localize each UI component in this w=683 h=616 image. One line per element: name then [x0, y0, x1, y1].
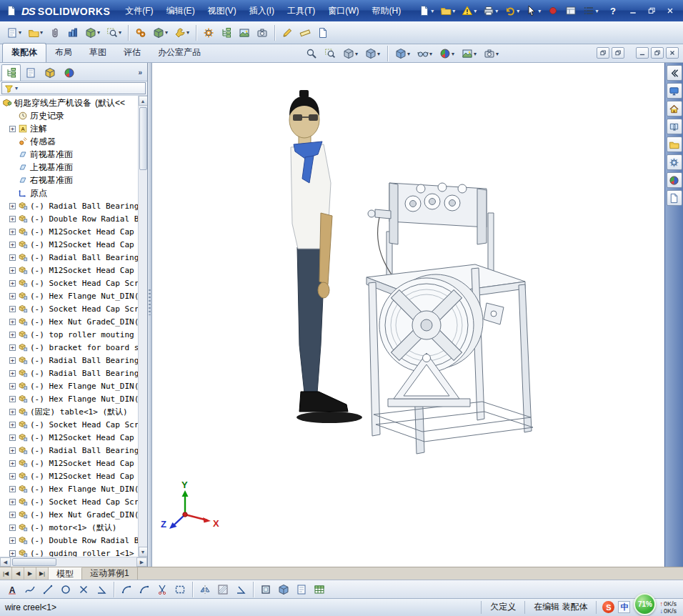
expand-icon[interactable]: + [9, 319, 16, 325]
expand-icon[interactable]: + [9, 306, 16, 312]
doc-tab-1[interactable]: 运动算例1 [82, 567, 138, 580]
circle-button[interactable] [57, 581, 74, 598]
feature-manager-tab[interactable] [1, 64, 21, 81]
tree-item[interactable]: +(-) M12Socket Head Cap S [0, 225, 138, 238]
new-document-button[interactable]: ▾ [416, 3, 437, 19]
bill-of-materials-button[interactable] [64, 24, 81, 42]
expand-icon[interactable]: + [9, 267, 16, 274]
erase-button[interactable] [75, 581, 92, 598]
panel-more-button[interactable]: » [134, 69, 146, 76]
expand-icon[interactable]: + [9, 242, 16, 248]
doc-tab-0[interactable]: 模型 [49, 567, 82, 580]
zoom-area-button[interactable] [321, 46, 339, 61]
expand-icon[interactable]: + [9, 370, 16, 377]
view-palette-button[interactable] [667, 154, 682, 170]
note-button[interactable]: A [4, 581, 21, 598]
menu-item-3[interactable]: 插入(I) [243, 1, 281, 21]
hide-show-items-button[interactable]: ▾ [414, 46, 435, 61]
expand-icon[interactable]: + [9, 447, 16, 454]
menu-item-6[interactable]: 帮助(H) [366, 1, 408, 21]
tree-item[interactable]: +(-) Hex Nut GradeC_DIN( [0, 508, 138, 521]
tree-filter-input[interactable]: ▾ [1, 82, 146, 94]
line-button[interactable] [39, 581, 56, 598]
display-manager-tab[interactable] [59, 64, 79, 81]
tree-item[interactable]: +(-) Socket Head Cap Scre [0, 495, 138, 508]
tree-item[interactable]: +(-) M12Socket Head Cap S [0, 431, 138, 444]
command-tab-0[interactable]: 装配体 [2, 43, 46, 62]
expand-icon[interactable]: + [9, 434, 16, 441]
tree-item[interactable]: +(-) M12Socket Head Cap S [0, 238, 138, 251]
scrollbar-thumb[interactable] [139, 107, 147, 170]
tree-item[interactable]: 原点 [0, 187, 138, 199]
hatch-button[interactable] [214, 581, 231, 598]
insert-component-button[interactable]: ▾ [82, 24, 103, 42]
mate-button[interactable] [132, 24, 149, 42]
pane-left-button[interactable] [597, 47, 609, 59]
tree-item[interactable]: +A注解 [0, 122, 138, 135]
tree-item[interactable]: +(-) M12Socket Head Cap S [0, 264, 138, 277]
expand-icon[interactable]: + [9, 229, 16, 235]
tree-horizontal-scrollbar[interactable]: ◀ ▶ [0, 557, 147, 567]
tree-item[interactable]: +(固定) table<1> (默认) [0, 405, 138, 418]
command-tab-1[interactable]: 布局 [46, 44, 81, 62]
expand-icon[interactable]: + [9, 357, 16, 364]
close-doc-button[interactable] [666, 47, 679, 59]
battery-indicator[interactable]: 71% [634, 593, 656, 615]
edit-sketch-button[interactable]: ▾ [4, 24, 24, 42]
angle-dimension-button[interactable] [232, 581, 249, 598]
edit-component-button[interactable]: ▾ [25, 24, 46, 42]
sketch-button[interactable] [279, 24, 296, 42]
expand-icon[interactable]: + [9, 216, 16, 222]
assembly-feature-button[interactable]: ▾ [150, 24, 171, 42]
expand-icon[interactable]: + [9, 460, 16, 467]
zoom-fit-button[interactable] [303, 46, 320, 61]
scrollbar-thumb[interactable] [12, 558, 56, 566]
restore-doc-button[interactable] [651, 47, 664, 59]
appearances-button[interactable] [667, 172, 682, 188]
sheet-button[interactable] [293, 581, 310, 598]
tree-item[interactable]: +(-) Socket Head Cap Scre [0, 277, 138, 289]
expand-icon[interactable]: + [9, 512, 16, 518]
expand-icon[interactable]: + [9, 422, 16, 428]
angle-button[interactable] [93, 581, 110, 598]
help-button[interactable]: ? [604, 6, 622, 16]
print-button[interactable]: ▾ [480, 3, 501, 19]
expand-icon[interactable]: + [9, 344, 16, 351]
mirror-button[interactable] [196, 581, 214, 598]
tree-item[interactable]: +(-) Hex Flange Nut_DIN(m [0, 392, 138, 405]
sogou-ime-icon[interactable]: S [602, 601, 614, 613]
design-library-button[interactable] [667, 119, 682, 134]
display-style-button[interactable]: ▾ [392, 46, 413, 61]
doc-nav-button-2[interactable]: ▶ [24, 567, 36, 580]
configuration-manager-tab[interactable] [40, 64, 59, 81]
tree-item[interactable]: +(-) Radial Ball Bearing_ [0, 199, 138, 212]
menu-item-5[interactable]: 窗口(W) [321, 1, 365, 21]
tree-item[interactable]: +(-) M12Socket Head Cap S [0, 457, 138, 470]
tree-item[interactable]: +(-) top roller mouting [0, 328, 138, 341]
expand-icon[interactable]: + [9, 254, 16, 261]
expand-icon[interactable]: + [9, 293, 16, 299]
attachment-button[interactable] [46, 24, 64, 42]
expand-icon[interactable]: + [9, 499, 16, 505]
graphics-area[interactable]: Y X Z [152, 63, 664, 567]
view-orientation-button[interactable]: ▾ [362, 46, 383, 61]
motion-button[interactable] [200, 24, 217, 42]
minimize-doc-button[interactable] [636, 47, 649, 59]
tree-item[interactable]: 右视基准面 [0, 174, 138, 187]
command-tab-2[interactable]: 草图 [81, 44, 115, 62]
construction-rect-button[interactable] [171, 581, 189, 598]
section-view-button[interactable]: ▾ [340, 46, 361, 61]
options-button[interactable]: ▾ [580, 3, 601, 19]
expand-icon[interactable]: + [9, 537, 16, 544]
tree-item[interactable]: 上视基准面 [0, 161, 138, 174]
doc-nav-button-0[interactable]: |◀ [0, 567, 12, 580]
doc-nav-button-1[interactable]: ◀ [12, 567, 24, 580]
doc-nav-button-3[interactable]: ▶| [36, 567, 49, 580]
menu-item-0[interactable]: 文件(F) [119, 1, 159, 21]
expand-icon[interactable]: + [9, 409, 16, 415]
frame-button[interactable] [257, 581, 274, 598]
home-button[interactable] [667, 101, 682, 116]
task-pane-button[interactable] [562, 3, 579, 19]
render-image-button[interactable] [236, 24, 253, 42]
tree-item[interactable]: +(-) Radial Ball Bearing_ [0, 354, 138, 367]
